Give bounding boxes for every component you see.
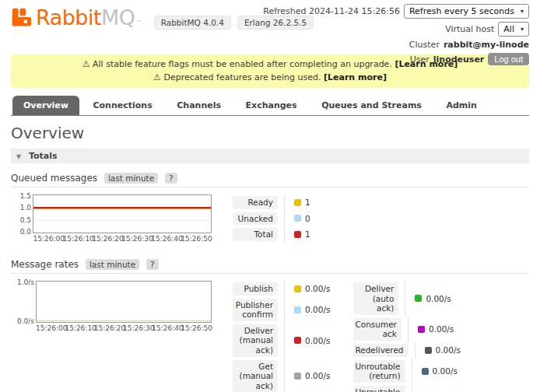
deliver-manual-ack-rate: 0.00/s — [305, 336, 330, 345]
get-manual-ack-color-swatch — [294, 373, 301, 380]
x-axis-tick: 15:26:20 — [94, 324, 125, 332]
trademark-symbol: ™ — [136, 19, 142, 28]
publish-color-swatch — [294, 285, 301, 292]
brand-wordmark: RabbitMQ — [36, 7, 135, 28]
user-label: User — [410, 54, 430, 65]
virtual-host-select[interactable]: All ▾ — [498, 22, 529, 37]
cluster-label: Cluster — [409, 40, 440, 50]
user-name: linodeuser — [433, 54, 485, 65]
y-axis-tick: 0.5 — [12, 216, 31, 224]
cluster-name: rabbit@my-linode — [444, 40, 529, 50]
zero-rate-line — [37, 320, 211, 321]
legend-row-unacked: Unacked 0 — [233, 211, 310, 227]
y-axis-tick: 0.0 — [12, 228, 31, 236]
x-axis-tick: 15:26:40 — [152, 324, 183, 332]
queued-help-icon[interactable]: ? — [165, 173, 177, 184]
x-axis-tick: 15:26:30 — [121, 235, 153, 243]
message-rates-legend: Publish 0.00/s Publisher confirm 0.00/s … — [233, 281, 461, 392]
deprecated-features-warning: ⚠ Deprecated features are being used. [L… — [14, 72, 526, 85]
totals-label: Totals — [29, 151, 58, 161]
tab-overview[interactable]: Overview — [12, 96, 79, 115]
consumer-ack-color-swatch — [418, 326, 425, 333]
total-value: 1 — [305, 229, 310, 239]
deliver-auto-ack-color-swatch — [415, 295, 422, 302]
total-color-swatch — [294, 231, 301, 238]
ready-series-line — [33, 208, 211, 209]
tab-connections[interactable]: Connections — [82, 96, 163, 115]
tab-queues-and-streams[interactable]: Queues and Streams — [310, 96, 433, 115]
y-axis-tick: 1.0/s — [12, 278, 34, 286]
tab-admin[interactable]: Admin — [435, 96, 487, 115]
queued-messages-legend: Ready 1 Unacked 0 Total 1 — [233, 194, 310, 243]
header: RabbitMQ ™ RabbitMQ 4.0.4 Erlang 26.2.5.… — [0, 0, 540, 51]
message-rates-chart-row: 1.0/s 0.0/s 15:26:00 15:26:10 15:26:20 1… — [11, 281, 529, 392]
legend-row-redelivered: Redelivered 0.00/s — [353, 342, 461, 359]
tab-exchanges[interactable]: Exchanges — [235, 96, 308, 115]
x-axis-tick: 15:26:00 — [36, 324, 67, 332]
main-nav-tabs: Overview Connections Channels Exchanges … — [11, 96, 529, 116]
x-axis-tick: 15:26:00 — [33, 235, 64, 243]
ready-color-swatch — [294, 199, 301, 206]
ready-value: 1 — [305, 198, 310, 207]
publisher-confirm-rate: 0.00/s — [305, 305, 330, 314]
redelivered-rate: 0.00/s — [436, 345, 461, 355]
publish-rate: 0.00/s — [305, 284, 330, 293]
rates-legend-right-column: Deliver (auto ack) 0.00/s Consumer ack 0… — [353, 281, 461, 392]
rates-help-icon[interactable]: ? — [146, 259, 159, 270]
unroutable-return-rate: 0.00/s — [433, 366, 458, 376]
deliver-auto-ack-rate: 0.00/s — [426, 294, 451, 303]
message-rates-title: Message rates — [11, 259, 79, 270]
chevron-down-icon: ▾ — [521, 8, 524, 15]
total-series-line — [33, 207, 211, 208]
chevron-down-icon: ▾ — [521, 26, 524, 33]
legend-row-deliver-manual-ack: Deliver (manual ack) 0.00/s — [233, 323, 330, 359]
message-rates-section-header: Message rates last minute ? — [11, 259, 529, 274]
page-title: Overview — [11, 124, 529, 142]
legend-row-consumer-ack: Consumer ack 0.00/s — [353, 317, 461, 342]
legend-row-unroutable-return: Unroutable (return) 0.00/s — [353, 359, 461, 384]
x-axis-tick: 15:26:50 — [181, 324, 212, 332]
rates-last-minute-badge[interactable]: last minute — [86, 259, 139, 270]
legend-row-deliver-auto-ack: Deliver (auto ack) 0.00/s — [353, 281, 461, 317]
queued-messages-section-header: Queued messages last minute ? — [11, 173, 529, 187]
unacked-value: 0 — [305, 214, 310, 223]
y-axis-tick: 0.0/s — [12, 317, 34, 325]
header-status-panel: Refreshed 2024-11-24 15:26:56 Refresh ev… — [263, 4, 529, 68]
refreshed-timestamp: Refreshed 2024-11-24 15:26:56 — [263, 6, 400, 16]
rabbitmq-logo-icon — [11, 6, 33, 28]
tab-channels[interactable]: Channels — [166, 96, 232, 115]
virtual-host-label: Virtual host — [445, 24, 494, 34]
legend-row-unroutable-drop: Unroutable (drop) 0.00/s — [353, 384, 461, 392]
legend-row-total: Total 1 — [233, 226, 310, 243]
redelivered-color-swatch — [425, 347, 432, 354]
x-axis-tick: 15:26:30 — [123, 324, 154, 332]
refresh-interval-select[interactable]: Refresh every 5 seconds ▾ — [404, 4, 529, 19]
x-axis-tick: 15:26:50 — [181, 235, 212, 243]
queued-messages-chart-row: 1.5 1.0 0.5 0.0 15:26:00 15:26:10 15:26:… — [11, 194, 529, 245]
queued-last-minute-badge[interactable]: last minute — [104, 173, 158, 184]
x-axis-tick: 15:26:40 — [151, 235, 182, 243]
message-rates-chart: 1.0/s 0.0/s 15:26:00 15:26:10 15:26:20 1… — [11, 281, 212, 334]
totals-collapse-header[interactable]: ▼ Totals — [11, 149, 529, 163]
queued-messages-title: Queued messages — [11, 173, 97, 184]
x-axis-tick: 15:26:20 — [92, 235, 123, 243]
legend-row-ready: Ready 1 — [233, 194, 310, 211]
unacked-color-swatch — [294, 215, 301, 222]
unroutable-return-color-swatch — [422, 368, 429, 375]
collapse-arrow-icon: ▼ — [16, 153, 21, 160]
consumer-ack-rate: 0.00/s — [429, 324, 454, 334]
legend-row-publish: Publish 0.00/s — [233, 281, 330, 297]
rates-legend-left-column: Publish 0.00/s Publisher confirm 0.00/s … — [233, 281, 330, 392]
x-axis-tick: 15:26:10 — [62, 235, 93, 243]
logout-button[interactable]: Log out — [488, 53, 529, 65]
rabbitmq-version-badge: RabbitMQ 4.0.4 — [154, 16, 231, 30]
y-axis-tick: 1.5 — [12, 192, 31, 200]
publisher-confirm-color-swatch — [294, 306, 301, 313]
rabbitmq-logo[interactable]: RabbitMQ ™ — [11, 6, 142, 28]
queued-messages-chart: 1.5 1.0 0.5 0.0 15:26:00 15:26:10 15:26:… — [11, 194, 212, 245]
deprecated-learn-more-link[interactable]: [Learn more] — [324, 72, 387, 82]
legend-row-get-manual-ack: Get (manual ack) 0.00/s — [233, 359, 330, 392]
legend-row-publisher-confirm: Publisher confirm 0.00/s — [233, 297, 330, 323]
get-manual-ack-rate: 0.00/s — [305, 371, 330, 380]
x-axis-tick: 15:26:10 — [65, 324, 96, 332]
